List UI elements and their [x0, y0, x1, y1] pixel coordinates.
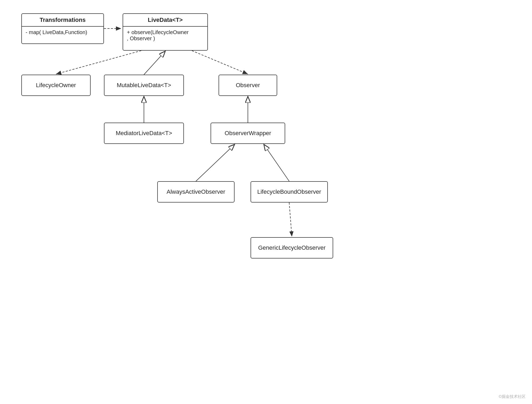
svg-line-8 — [196, 144, 235, 181]
diagram-container: Transformations - map( LiveData,Function… — [0, 0, 532, 404]
svg-line-4 — [192, 51, 248, 74]
svg-line-10 — [289, 203, 292, 237]
svg-line-5 — [144, 51, 165, 75]
genericlifecycleobserver-label: GenericLifecycleObserver — [258, 244, 325, 251]
svg-line-3 — [56, 51, 141, 74]
mediatorlivedata-box: MediatorLiveData<T> — [104, 123, 184, 144]
livedata-box: LiveData<T> + observe(LifecycleOwner , O… — [123, 13, 208, 51]
genericlifecycleobserver-box: GenericLifecycleObserver — [251, 237, 333, 258]
observerwrapper-label: ObserverWrapper — [225, 130, 271, 137]
lifecycleowner-label: LifecycleOwner — [36, 82, 76, 89]
alwaysactiveobserver-box: AlwaysActiveObserver — [157, 181, 235, 203]
svg-line-9 — [264, 144, 289, 181]
mediatorlivedata-label: MediatorLiveData<T> — [116, 130, 172, 137]
livedata-body: + observe(LifecycleOwner , Observer ) — [123, 27, 207, 44]
observer-label: Observer — [236, 82, 260, 89]
lifecycleboundobserver-box: LifecycleBoundObserver — [251, 181, 328, 203]
observer-box: Observer — [219, 75, 277, 96]
lifecycleowner-box: LifecycleOwner — [21, 75, 91, 96]
transformations-box: Transformations - map( LiveData,Function… — [21, 13, 104, 44]
lifecycleboundobserver-label: LifecycleBoundObserver — [257, 188, 321, 195]
transformations-header: Transformations — [22, 14, 103, 27]
livedata-header: LiveData<T> — [123, 14, 207, 27]
transformations-body: - map( LiveData,Function) — [22, 27, 103, 38]
watermark: ©掘金技术社区 — [499, 394, 526, 399]
observerwrapper-box: ObserverWrapper — [211, 123, 285, 144]
mutablelivedata-box: MutableLiveData<T> — [104, 75, 184, 96]
alwaysactiveobserver-label: AlwaysActiveObserver — [167, 188, 225, 195]
mutablelivedata-label: MutableLiveData<T> — [117, 82, 171, 89]
